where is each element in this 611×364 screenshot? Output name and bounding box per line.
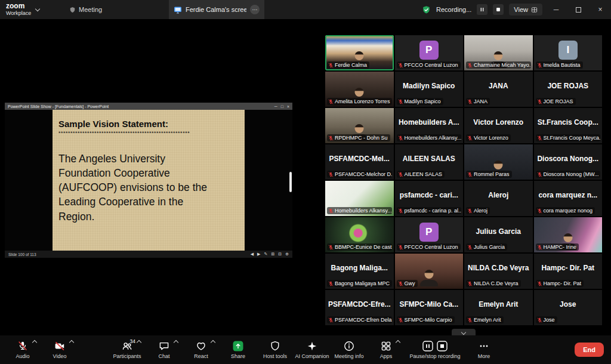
chevron-up-icon[interactable] — [174, 340, 178, 345]
muted-mic-icon — [537, 208, 542, 214]
participant-tile[interactable]: Homebuilders Alkansy... — [325, 181, 394, 216]
chevron-down-icon[interactable] — [35, 7, 40, 11]
react-button[interactable]: React — [183, 335, 219, 364]
participants-button[interactable]: 34 Participants — [109, 335, 145, 364]
participant-tile[interactable]: SFMPC-Milo Ca...SFMPC-Milo Carpio — [395, 290, 464, 325]
toolbar-center-group: 34 Participants Chat — [109, 335, 502, 364]
toolbar-item-label: Meeting info — [334, 353, 363, 359]
ppt-statusbar: Slide 100 of 113 ◀ ▶ ✎ ⊞ ⊟ ⊕ — [5, 251, 292, 258]
participant-tile[interactable]: Rommel Paras — [464, 144, 533, 180]
chevron-up-icon[interactable] — [211, 340, 215, 345]
participant-tile[interactable]: Julius GarciaJulius Garcia — [464, 217, 533, 252]
pen-icon[interactable]: ✎ — [264, 252, 268, 257]
participant-tile[interactable]: AlerojAleroj — [464, 181, 533, 216]
participant-tile[interactable]: Victor LorenzoVictor Lorenzo — [464, 108, 533, 143]
participant-display-name: Julius Garcia — [464, 227, 533, 236]
next-slide-icon[interactable]: ▶ — [257, 252, 260, 257]
pause-recording-button[interactable] — [422, 340, 434, 352]
tab-more-button[interactable]: ⋯ — [250, 5, 260, 14]
participant-tile[interactable]: PSFAMCDC-Efre...PSFAMCDC-Efren Dela... — [325, 290, 394, 325]
participant-name-label: Bagong Maligaya MPC — [327, 280, 392, 287]
grid-view-icon[interactable]: ⊞ — [271, 252, 274, 257]
ppt-minimize-button[interactable]: ─ — [274, 104, 277, 109]
chevron-up-icon[interactable] — [396, 340, 400, 345]
scrollbar-thumb[interactable] — [289, 172, 292, 192]
participant-tile[interactable]: PSFAMCDC-Mel...PSFAMCDC-Melchor D... — [325, 144, 394, 180]
stop-recording-button[interactable] — [493, 4, 504, 15]
participant-tile[interactable]: cora marquez n...cora marquez nonog — [534, 181, 603, 216]
participant-tile[interactable]: PPFCCO Central Luzon — [395, 217, 464, 252]
participant-label-text: Hampc- Dir. Pat — [544, 280, 582, 286]
ppt-close-button[interactable]: × — [287, 104, 289, 109]
meeting-info-button[interactable]: Meeting info — [331, 335, 367, 364]
participant-tile[interactable]: Amelita Lorenzo Torres — [325, 72, 394, 107]
pause-recording-button[interactable] — [477, 4, 487, 15]
tab-meeting[interactable]: Meeting — [69, 0, 102, 19]
view-button[interactable]: View — [509, 4, 542, 16]
participant-tile[interactable]: RPDHMPC - Dohn Su — [325, 108, 394, 143]
participant-label-text: Jose — [544, 317, 555, 323]
participant-tile[interactable]: JoseJose — [534, 290, 603, 325]
apps-button[interactable]: Apps — [368, 335, 404, 364]
muted-mic-icon — [467, 99, 473, 104]
minimize-button[interactable]: ─ — [548, 0, 564, 19]
participant-tile[interactable]: St.Francis Coop...St.Francis Coop Meyca.… — [534, 108, 603, 143]
muted-mic-icon — [467, 172, 473, 177]
meeting-tab-label: Meeting — [79, 6, 102, 13]
stop-recording-button[interactable] — [436, 340, 448, 352]
audio-button[interactable]: Audio — [5, 335, 41, 364]
more-dots-icon — [478, 340, 490, 352]
participant-tile[interactable]: Bagong Maliga...Bagong Maligaya MPC — [325, 254, 394, 289]
end-button[interactable]: End — [575, 343, 604, 357]
chevron-up-icon[interactable] — [137, 340, 141, 345]
participant-tile[interactable]: Homebuilders A...Homebuilders Alkansy... — [395, 108, 464, 143]
participant-tile[interactable]: psfamcdc - cari...psfamcdc - carina p. a… — [395, 181, 464, 216]
pause-icon — [422, 340, 434, 352]
more-button[interactable]: More — [466, 335, 502, 364]
muted-mic-icon — [328, 135, 334, 141]
toolbar-item-label: Apps — [380, 353, 393, 359]
participant-tile[interactable]: NILDA C.De VeyraNILDA C.De Veyra — [464, 254, 533, 289]
muted-mic-icon — [398, 208, 403, 214]
muted-mic-icon — [328, 63, 334, 68]
participant-tile[interactable]: IImelda Bautista — [534, 35, 603, 70]
participant-tile[interactable]: Madilyn SapicoMadilyn Sapico — [395, 72, 464, 107]
participant-tile[interactable]: HAMPC- Irine — [534, 217, 603, 252]
participant-tile[interactable]: JANAJANA — [464, 72, 533, 107]
close-button[interactable]: × — [592, 0, 609, 19]
reading-view-icon[interactable]: ⊟ — [278, 252, 282, 257]
tab-shared-screen[interactable]: Ferdie Calma's screen ⋯ — [169, 0, 264, 19]
participant-tile[interactable]: Ferdie Calma — [325, 35, 394, 70]
participant-tile[interactable]: BBMPC-Eunice De cast... — [325, 217, 394, 252]
participant-tile[interactable]: Emelyn AritEmelyn Arit — [464, 290, 533, 325]
toolbar-item-label: Audio — [16, 353, 29, 359]
ppt-restore-button[interactable]: □ — [281, 104, 283, 109]
share-button[interactable]: Share — [220, 335, 256, 364]
participant-tile[interactable]: PPFCCO Central Luzon — [395, 35, 464, 70]
participant-tile[interactable]: JOE ROJASJOE ROJAS — [534, 72, 603, 107]
participant-name-label: Charmaine Micah Yayo... — [466, 61, 531, 69]
participant-label-text: JOE ROJAS — [544, 98, 573, 104]
zoom-icon[interactable]: ⊕ — [285, 252, 289, 257]
video-button[interactable]: Video — [42, 335, 78, 364]
participant-name-label: HAMPC- Irine — [536, 243, 579, 251]
view-button-label: View — [514, 6, 528, 13]
participant-tile[interactable]: AILEEN SALASAILEEN SALAS — [395, 144, 464, 180]
toolbar-item-label: AI Companion — [295, 353, 329, 359]
pause-icon — [479, 7, 485, 13]
chevron-up-icon[interactable] — [32, 340, 37, 345]
ai-companion-button[interactable]: AI Companion — [294, 335, 330, 364]
host-tools-button[interactable]: Host tools — [257, 335, 293, 364]
participant-tile[interactable]: Gwy — [395, 254, 464, 289]
participant-tile[interactable]: Hampc- Dir. PatHampc- Dir. Pat — [534, 254, 603, 289]
participant-tile[interactable]: Charmaine Micah Yayo... — [464, 35, 533, 70]
prev-slide-icon[interactable]: ◀ — [251, 252, 254, 257]
chat-button[interactable]: Chat — [146, 335, 182, 364]
avatar: P — [419, 41, 439, 60]
muted-mic-icon — [398, 172, 403, 177]
maximize-button[interactable] — [570, 0, 587, 19]
toolbar-left-group: Audio Video — [5, 335, 78, 364]
participant-label-text: RPDHMPC - Dohn Su — [335, 135, 388, 141]
participant-tile[interactable]: Dioscora Nonog...Dioscora Nonog (MW... — [534, 144, 603, 180]
chevron-up-icon[interactable] — [69, 340, 74, 345]
